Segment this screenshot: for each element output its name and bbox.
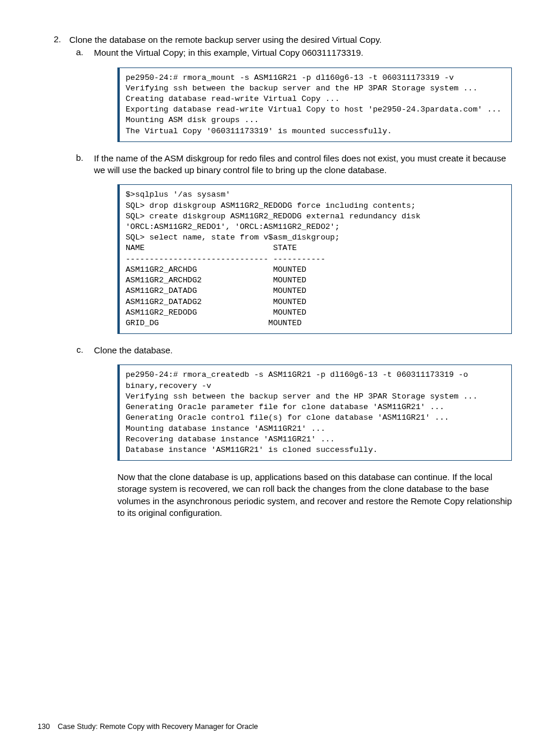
step-2b-text: If the name of the ASM diskgroup for red… — [94, 153, 512, 177]
code-block-mount: pe2950-24:# rmora_mount -s ASM11GR21 -p … — [117, 67, 512, 142]
step-2a-marker: a. — [69, 47, 94, 59]
code-block-createdb: pe2950-24:# rmora_createdb -s ASM11GR21 … — [117, 364, 512, 461]
page-footer: 130 Case Study: Remote Copy with Recover… — [38, 723, 258, 731]
step-2c-marker: c. — [69, 345, 94, 356]
document-page: 2. Clone the database on the remote back… — [0, 0, 560, 746]
step-2a: a. Mount the Virtual Copy; in this examp… — [69, 47, 512, 59]
step-2c-text: Clone the database. — [94, 345, 512, 356]
step-2b-marker: b. — [69, 153, 94, 177]
closing-paragraph: Now that the clone database is up, appli… — [117, 471, 512, 519]
page-number: 130 — [38, 723, 50, 731]
step-2b: b. If the name of the ASM diskgroup for … — [69, 153, 512, 177]
step-2a-text: Mount the Virtual Copy; in this example,… — [94, 47, 512, 59]
chapter-title: Case Study: Remote Copy with Recovery Ma… — [58, 723, 258, 731]
step-2-text: Clone the database on the remote backup … — [69, 34, 512, 46]
step-2: 2. Clone the database on the remote back… — [48, 34, 512, 46]
code-block-sqlplus: $>sqlplus '/as sysasm' SQL> drop diskgro… — [117, 184, 512, 334]
step-2c: c. Clone the database. — [69, 345, 512, 356]
step-2-marker: 2. — [48, 34, 69, 46]
